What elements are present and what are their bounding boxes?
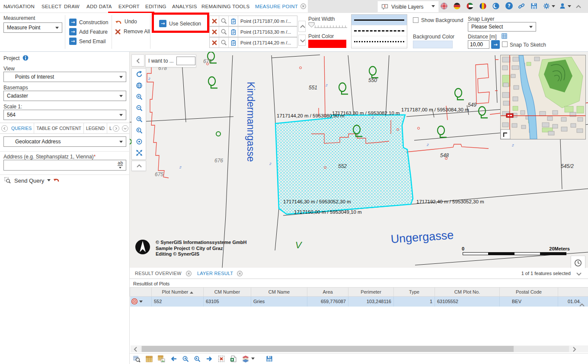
menu-analysis[interactable]: ANALYSIS — [172, 4, 197, 9]
construction-button[interactable]: → Construction — [69, 19, 108, 26]
help-icon[interactable]: ? — [505, 2, 513, 9]
user-caret-icon[interactable] — [568, 5, 571, 7]
column-perimeter[interactable]: Perimeter — [348, 288, 394, 297]
attribute-table-button[interactable] — [146, 356, 153, 362]
table-scroll-up-icon[interactable] — [578, 302, 585, 308]
zoom-to-point-icon[interactable] — [219, 27, 229, 37]
menu-draw[interactable]: DRAW — [64, 4, 80, 9]
refresh-map-button[interactable] — [132, 69, 147, 80]
tab-truncated[interactable]: L — [107, 123, 112, 133]
tab-legend[interactable]: LEGEND — [84, 123, 107, 133]
zoom-out-button[interactable] — [132, 102, 147, 114]
scroll-left-icon[interactable] — [132, 346, 138, 352]
export-excel-button[interactable] — [230, 355, 237, 362]
i-want-to-input[interactable] — [176, 57, 195, 65]
point-width-slider[interactable] — [308, 22, 348, 28]
collapse-map-toolbar-button[interactable] — [131, 161, 146, 171]
background-color-swatch[interactable] — [413, 41, 453, 48]
scrollbar-thumb[interactable] — [142, 346, 514, 352]
overview-map[interactable] — [500, 55, 586, 139]
language-flag-uk-icon[interactable] — [441, 3, 447, 9]
tab-queries[interactable]: QUERIES — [9, 123, 34, 133]
zoom-next-button[interactable] — [132, 125, 147, 136]
tab-result-overview[interactable]: RESULT OVERVIEW — [135, 271, 182, 276]
close-measure-point-icon[interactable] — [300, 3, 306, 9]
crescent-logo-icon[interactable] — [492, 3, 499, 9]
column-cm-plot-no[interactable]: CM Plot No. — [435, 288, 500, 297]
row-actions-caret-icon[interactable] — [139, 301, 143, 303]
menu-navigation[interactable]: NAVIGATION — [3, 4, 35, 9]
column-postal-code[interactable]: Postal Code — [500, 288, 558, 297]
snap-layer-select[interactable]: Please Select — [468, 22, 536, 32]
line-style-solid[interactable] — [352, 15, 407, 25]
tabs-scroll-right[interactable] — [113, 125, 119, 132]
visible-layers-dropdown[interactable]: Visible Layers — [377, 1, 439, 13]
result-row-552[interactable]: 552 63105 Gries 659,776087 103,248116 1 … — [130, 297, 588, 307]
next-result-button[interactable] — [206, 355, 213, 362]
zoom-to-result-button[interactable] — [133, 355, 141, 363]
send-email-button[interactable]: → Send Email — [69, 38, 105, 45]
slider-handle[interactable] — [309, 22, 314, 27]
reset-query-icon[interactable] — [53, 177, 60, 183]
user-icon[interactable] — [559, 3, 566, 9]
center-map-button[interactable] — [132, 136, 147, 147]
zoom-previous-button[interactable] — [132, 114, 147, 125]
apply-distance-button[interactable]: → — [491, 40, 500, 49]
language-flag-de-icon[interactable] — [454, 3, 460, 9]
distance-input[interactable] — [468, 40, 489, 49]
zoom-to-point-icon[interactable] — [219, 38, 229, 47]
zoom-next-result-button[interactable] — [194, 356, 201, 362]
menu-select[interactable]: SELECT — [42, 4, 62, 9]
globe-overview-button[interactable] — [132, 80, 147, 91]
table-report-button[interactable] — [158, 355, 165, 362]
overview-expand-button[interactable] — [501, 130, 510, 139]
copy-point-icon[interactable] — [229, 16, 238, 26]
previous-result-button[interactable] — [170, 355, 177, 362]
close-result-overview-icon[interactable] — [186, 271, 192, 276]
close-layer-result-icon[interactable] — [237, 271, 243, 276]
menu-add-data[interactable]: ADD DATA — [86, 4, 112, 9]
copy-point-icon[interactable] — [229, 27, 238, 37]
scroll-right-icon[interactable] — [571, 346, 577, 352]
add-feature-button[interactable]: → Add Feature — [69, 28, 108, 35]
language-flag-ae-icon[interactable] — [467, 3, 473, 9]
column-type[interactable]: Type — [394, 288, 435, 297]
link-icon[interactable] — [518, 3, 525, 9]
send-query-button[interactable]: Send Query — [4, 177, 51, 184]
use-selection-button[interactable]: → Use Selection — [159, 20, 201, 27]
delete-point-icon[interactable] — [210, 16, 219, 26]
scale-select[interactable]: 564 — [3, 110, 126, 120]
collapse-sidebar-button[interactable] — [131, 54, 144, 66]
tabs-scroll-left[interactable] — [1, 125, 8, 132]
gear-caret-icon[interactable] — [552, 5, 555, 7]
zoom-previous-result-button[interactable] — [182, 356, 189, 362]
line-style-dashed[interactable] — [352, 25, 407, 36]
delete-point-icon[interactable] — [210, 38, 219, 47]
line-style-dotted[interactable] — [352, 36, 407, 47]
undo-button[interactable]: Undo — [115, 19, 137, 25]
menu-editing[interactable]: EDITING — [145, 4, 166, 9]
point-list-scroll-up[interactable] — [298, 21, 306, 32]
delete-point-icon[interactable] — [210, 27, 219, 37]
basemaps-select[interactable]: Cadaster — [3, 91, 126, 101]
measurement-type-select[interactable]: Measure Point — [3, 22, 62, 33]
tab-table-of-content[interactable]: TABLE OF CONTENT — [34, 123, 84, 133]
tab-layer-result[interactable]: LAYER RESULT — [197, 271, 233, 276]
column-area[interactable]: Area — [307, 288, 348, 297]
column-plot-number[interactable]: Plot Number — [152, 288, 204, 297]
project-info-icon[interactable] — [22, 55, 29, 61]
point-color-swatch[interactable] — [308, 40, 346, 48]
menu-remaining-tools[interactable]: REMAINING TOOLS — [201, 4, 249, 9]
view-select[interactable]: Points of Interest — [3, 72, 126, 82]
language-flag-ro-icon[interactable] — [479, 3, 486, 9]
tab-measure-point[interactable]: MEASURE POINT — [255, 4, 298, 9]
save-icon[interactable] — [530, 3, 537, 9]
point-list-scroll-down[interactable] — [298, 35, 306, 46]
copy-point-icon[interactable] — [229, 38, 238, 47]
layers-export-button[interactable] — [242, 355, 255, 363]
full-extent-button[interactable] — [132, 147, 147, 158]
save-results-button[interactable] — [266, 355, 273, 362]
gear-icon[interactable] — [543, 3, 550, 9]
query-type-select[interactable]: Geolocator Address — [3, 136, 126, 147]
zoom-to-point-icon[interactable] — [219, 16, 229, 26]
